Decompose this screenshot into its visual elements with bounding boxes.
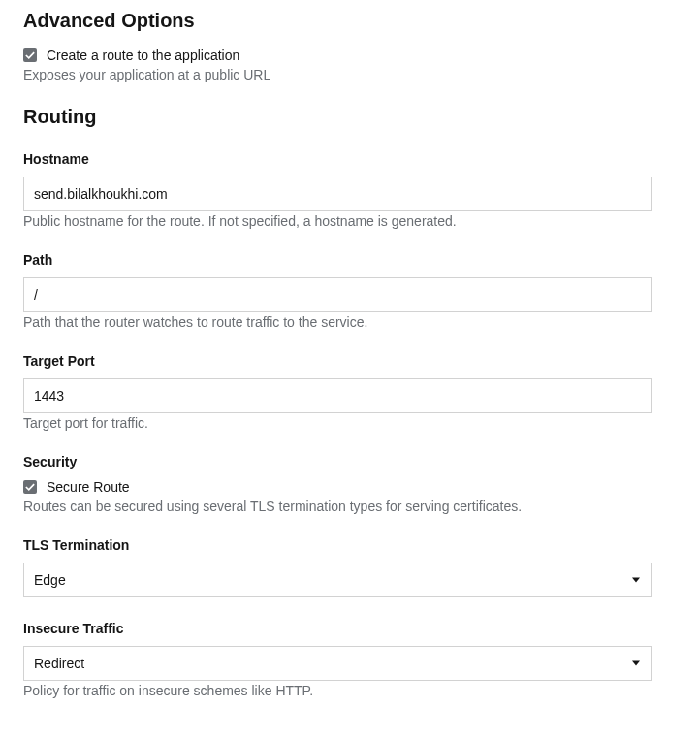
path-help: Path that the router watches to route tr… <box>23 314 677 330</box>
insecure-traffic-help: Policy for traffic on insecure schemes l… <box>23 683 677 698</box>
tls-termination-label: TLS Termination <box>23 537 677 553</box>
hostname-help: Public hostname for the route. If not sp… <box>23 213 677 229</box>
security-help: Routes can be secured using several TLS … <box>23 499 677 514</box>
create-route-label: Create a route to the application <box>47 48 239 63</box>
hostname-label: Hostname <box>23 151 677 167</box>
target-port-input[interactable] <box>23 378 652 413</box>
insecure-traffic-select[interactable]: Redirect <box>23 646 652 681</box>
advanced-options-title: Advanced Options <box>23 10 677 32</box>
security-label: Security <box>23 454 677 469</box>
path-input[interactable] <box>23 277 652 312</box>
secure-route-label: Secure Route <box>47 479 130 495</box>
target-port-help: Target port for traffic. <box>23 415 677 431</box>
create-route-checkbox[interactable] <box>23 48 37 62</box>
target-port-label: Target Port <box>23 353 677 369</box>
secure-route-checkbox[interactable] <box>23 480 37 494</box>
path-label: Path <box>23 252 677 268</box>
hostname-input[interactable] <box>23 177 652 211</box>
checkmark-icon <box>25 482 35 492</box>
checkmark-icon <box>25 50 35 60</box>
insecure-traffic-label: Insecure Traffic <box>23 621 677 636</box>
routing-title: Routing <box>23 106 677 128</box>
tls-termination-select[interactable]: Edge <box>23 563 652 597</box>
create-route-help: Exposes your application at a public URL <box>23 67 677 82</box>
